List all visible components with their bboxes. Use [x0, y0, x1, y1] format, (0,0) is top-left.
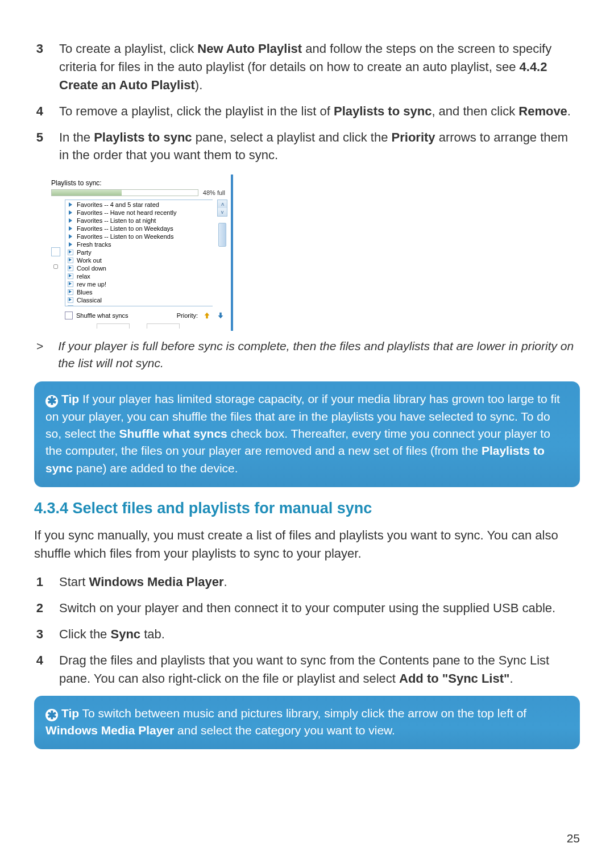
playlist-item[interactable]: Classic Rock — [65, 304, 213, 306]
section-heading: 4.3.4 Select files and playlists for man… — [34, 500, 580, 517]
playlist-item[interactable]: Cool down — [65, 264, 213, 272]
playlist-icon — [68, 218, 73, 223]
step-item: 5In the Playlists to sync pane, select a… — [34, 128, 580, 165]
step-body: In the Playlists to sync pane, select a … — [59, 128, 580, 165]
step-body: Start Windows Media Player. — [59, 573, 580, 591]
playlist-label: Favorites -- Listen to at night — [77, 217, 156, 225]
note-marker: > — [36, 338, 43, 354]
playlist-icon — [68, 258, 73, 263]
playlist-label: Fresh tracks — [77, 240, 111, 248]
checkbox-icon — [65, 312, 73, 319]
bold-text: Playlists to sync — [94, 130, 192, 144]
playlist-icon — [68, 250, 73, 255]
step-body: Drag the files and playlists that you wa… — [59, 651, 580, 688]
tip-label: Tip — [61, 707, 79, 720]
playlist-label: Favorites -- 4 and 5 star rated — [77, 201, 159, 209]
tip-icon: ✱ — [45, 709, 58, 721]
playlist-label: Blues — [77, 288, 93, 296]
step-number: 3 — [34, 625, 43, 643]
screenshot-title: Playlists to sync: — [45, 179, 231, 189]
screenshot-tab-stub — [97, 323, 130, 329]
step-number: 3 — [34, 40, 43, 58]
playlist-icon — [68, 281, 73, 287]
playlist-item[interactable]: relax — [65, 272, 213, 280]
playlist-label: relax — [77, 272, 90, 280]
tip-icon: ✱ — [45, 395, 58, 408]
playlist-item[interactable]: Favorites -- Listen to on Weekdays — [65, 225, 213, 232]
playlist-item[interactable]: Fresh tracks — [65, 240, 213, 248]
bold-text: Windows Media Player — [45, 724, 174, 737]
playlist-list[interactable]: Favorites -- 4 and 5 star ratedFavorites… — [65, 200, 213, 306]
step-number: 4 — [34, 102, 43, 121]
playlist-item[interactable]: Favorites -- Listen to at night — [65, 217, 213, 225]
side-marker-icon — [51, 247, 60, 256]
playlist-item[interactable]: rev me up! — [65, 280, 213, 288]
tip-label: Tip — [61, 392, 79, 405]
playlist-icon — [68, 289, 73, 295]
playlist-icon — [68, 226, 73, 231]
playlist-icon — [68, 242, 73, 247]
priority-down-button[interactable] — [216, 311, 225, 320]
playlist-label: Favorites -- Listen to on Weekdays — [77, 225, 173, 232]
scrollbar[interactable]: ʌ v — [217, 200, 227, 217]
screenshot-tab-stub — [147, 323, 180, 329]
playlist-item[interactable]: Blues — [65, 288, 213, 296]
bold-text: New Auto Playlist — [197, 41, 302, 56]
step-item: 4To remove a playlist, click the playlis… — [34, 102, 580, 121]
bold-text: Playlists to sync — [45, 444, 545, 474]
playlist-label: Party — [77, 248, 92, 256]
tip-box-1: ✱Tip If your player has limited storage … — [34, 381, 580, 487]
step-number: 1 — [34, 573, 43, 591]
playlist-icon — [68, 265, 73, 271]
playlist-item[interactable]: Favorites -- 4 and 5 star rated — [65, 201, 213, 209]
playlist-item[interactable]: Classical — [65, 296, 213, 304]
playlist-icon — [68, 202, 73, 207]
playlist-icon — [68, 297, 73, 303]
bold-text: Playlists to sync — [334, 104, 432, 118]
playlist-label: Cool down — [77, 264, 106, 272]
bold-text: Remove — [518, 104, 567, 118]
bold-text: 4.4.2 Create an Auto Playlist — [59, 60, 547, 92]
playlist-label: Classic Rock — [77, 304, 113, 306]
playlist-icon — [68, 305, 73, 306]
shuffle-checkbox[interactable]: Shuffle what syncs — [65, 312, 128, 319]
playlist-item[interactable]: Favorites -- Have not heard recently — [65, 209, 213, 217]
scroll-thumb[interactable] — [218, 223, 226, 247]
playlists-sync-screenshot: Playlists to sync: 48% full Favorites --… — [45, 175, 233, 331]
capacity-label: 48% full — [203, 189, 225, 196]
scroll-up-icon[interactable]: ʌ — [218, 200, 227, 208]
playlist-item[interactable]: Party — [65, 248, 213, 256]
priority-up-button[interactable] — [202, 311, 211, 320]
shuffle-label: Shuffle what syncs — [76, 312, 128, 319]
playlist-icon — [68, 210, 73, 215]
playlist-icon — [68, 234, 73, 239]
step-body: To create a playlist, click New Auto Pla… — [59, 40, 580, 94]
note-line: > If your player is full before sync is … — [34, 338, 580, 371]
playlist-label: rev me up! — [77, 280, 106, 288]
playlist-label: Classical — [77, 296, 102, 304]
section-lead: If you sync manually, you must create a … — [34, 526, 580, 563]
step-item: 3To create a playlist, click New Auto Pl… — [34, 40, 580, 94]
playlist-item[interactable]: Favorites -- Listen to on Weekends — [65, 232, 213, 240]
step-item: 1Start Windows Media Player. — [34, 573, 580, 591]
steps-group-2: 1Start Windows Media Player.2Switch on y… — [34, 573, 580, 687]
playlist-label: Work out — [77, 256, 102, 264]
bold-text: Add to "Sync List" — [399, 671, 509, 686]
scroll-down-icon[interactable]: v — [218, 208, 227, 216]
step-item: 2Switch on your player and then connect … — [34, 599, 580, 617]
bold-text: Sync — [110, 627, 140, 641]
step-body: Switch on your player and then connect i… — [59, 599, 580, 617]
playlist-icon — [68, 273, 73, 279]
priority-label: Priority: — [177, 312, 198, 319]
steps-group-1: 3To create a playlist, click New Auto Pl… — [34, 40, 580, 164]
step-item: 4Drag the files and playlists that you w… — [34, 651, 580, 688]
side-marker-icon — [53, 264, 58, 269]
capacity-bar — [51, 189, 198, 196]
page-number: 25 — [567, 832, 580, 845]
step-body: To remove a playlist, click the playlist… — [59, 102, 580, 121]
step-number: 5 — [34, 128, 43, 147]
note-text: If your player is full before sync is co… — [58, 338, 578, 371]
playlist-item[interactable]: Work out — [65, 256, 213, 264]
step-number: 2 — [34, 599, 43, 617]
tip-box-2: ✱Tip To switch between music and picture… — [34, 696, 580, 750]
